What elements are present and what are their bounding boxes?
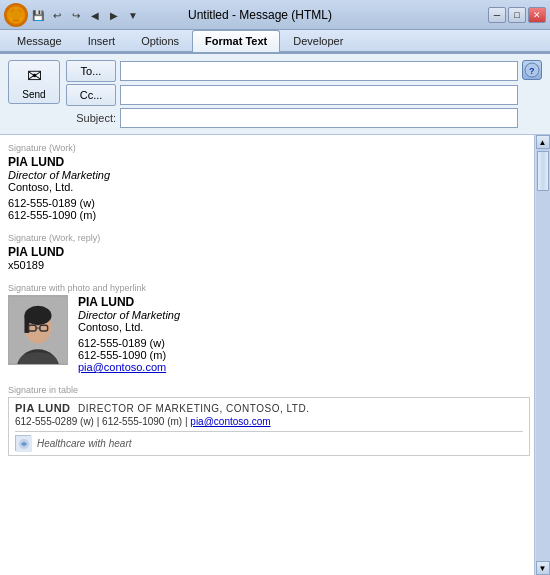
signature-work-reply: Signature (Work, reply) PIA LUND x50189 [8,233,530,271]
sig1-title: Director of Marketing [8,169,530,181]
sig4-mobile: 612-555-1090 (m) [102,416,182,427]
profile-photo [8,295,68,365]
subject-label: Subject: [66,112,116,124]
to-row: To... [66,60,518,82]
sig3-title: Director of Marketing [78,309,180,321]
sig4-tagline: Healthcare with heart [37,438,132,449]
sig1-phone2: 612-555-1090 (m) [8,209,530,221]
sig1-company: Contoso, Ltd. [8,181,530,193]
app-window: 💾 ↩ ↪ ◀ ▶ ▼ Untitled - Message (HTML) ─ … [0,0,550,575]
content-area: ▲ ▼ Signature (Work) PIA LUND Director o… [0,134,550,575]
sig1-name: PIA LUND [8,155,530,169]
sig1-phone1: 612-555-0189 (w) [8,197,530,209]
maximize-button[interactable]: □ [508,7,526,23]
scroll-up-arrow[interactable]: ▲ [536,135,550,149]
tab-insert[interactable]: Insert [75,30,129,51]
cc-button[interactable]: Cc... [66,84,116,106]
sig2-x: x50189 [8,259,530,271]
back-btn[interactable]: ◀ [87,7,103,23]
sig3-phone2: 612-555-1090 (m) [78,349,180,361]
sig4-name: PIA LUND [15,402,71,414]
quick-access-toolbar: 💾 ↩ ↪ ◀ ▶ ▼ [30,7,141,23]
app-icon [4,3,28,27]
cc-input[interactable] [120,85,518,105]
tab-format-text[interactable]: Format Text [192,30,280,52]
title-bar: 💾 ↩ ↪ ◀ ▶ ▼ Untitled - Message (HTML) ─ … [0,0,550,30]
sig3-phone1: 612-555-0189 (w) [78,337,180,349]
window-controls: ─ □ ✕ [488,7,546,23]
minimize-button[interactable]: ─ [488,7,506,23]
help-icon[interactable]: ? [522,60,542,80]
email-compose-area: ✉ Send To... Cc... Subject: [0,54,550,134]
sig3-photo-row: PIA LUND Director of Marketing Contoso, … [8,295,530,373]
forward-btn[interactable]: ▶ [106,7,122,23]
sig2-label: Signature (Work, reply) [8,233,530,243]
signature-table: Signature in table PIA LUND DIRECTOR OF … [8,385,530,456]
send-button[interactable]: ✉ Send [8,60,60,104]
ribbon: Message Insert Options Format Text Devel… [0,30,550,54]
redo-btn[interactable]: ↪ [68,7,84,23]
subject-row: Subject: [66,108,518,128]
sig4-label: Signature in table [8,385,530,395]
scroll-track[interactable] [536,149,550,561]
body-content: Signature (Work) PIA LUND Director of Ma… [0,135,550,476]
scroll-thumb[interactable] [537,151,549,191]
email-header: ✉ Send To... Cc... Subject: [4,58,546,130]
tab-options[interactable]: Options [128,30,192,51]
signature-photo: Signature with photo and hyperlink [8,283,530,373]
tab-developer[interactable]: Developer [280,30,356,51]
ribbon-tabs: Message Insert Options Format Text Devel… [0,30,550,52]
cc-row: Cc... [66,84,518,106]
close-button[interactable]: ✕ [528,7,546,23]
sig4-tagline-row: Healthcare with heart [15,431,523,451]
svg-text:?: ? [529,66,535,76]
subject-input[interactable] [120,108,518,128]
sig3-name: PIA LUND [78,295,180,309]
vertical-scrollbar[interactable]: ▲ ▼ [534,135,550,575]
sig4-contact: 612-555-0289 (w) | 612-555-1090 (m) | pi… [15,416,523,427]
sig4-role: DIRECTOR OF MARKETING, CONTOSO, LTD. [78,403,309,414]
signature-work: Signature (Work) PIA LUND Director of Ma… [8,143,530,221]
tab-message[interactable]: Message [4,30,75,51]
sig4-name-row: PIA LUND DIRECTOR OF MARKETING, CONTOSO,… [15,402,523,414]
to-input[interactable] [120,61,518,81]
tagline-icon [15,435,31,451]
sig4-phone: 612-555-0289 (w) [15,416,94,427]
dropdown-btn[interactable]: ▼ [125,7,141,23]
sig4-email[interactable]: pia@contoso.com [190,416,270,427]
to-button[interactable]: To... [66,60,116,82]
sig3-email[interactable]: pia@contoso.com [78,361,180,373]
email-fields: To... Cc... Subject: [66,60,518,128]
scroll-down-arrow[interactable]: ▼ [536,561,550,575]
send-icon: ✉ [27,65,42,87]
sig3-company: Contoso, Ltd. [78,321,180,333]
sig1-label: Signature (Work) [8,143,530,153]
email-body[interactable]: ▲ ▼ Signature (Work) PIA LUND Director o… [0,134,550,575]
send-label: Send [22,89,45,100]
save-quick-btn[interactable]: 💾 [30,7,46,23]
undo-btn[interactable]: ↩ [49,7,65,23]
sig4-table: PIA LUND DIRECTOR OF MARKETING, CONTOSO,… [8,397,530,456]
sig3-info: PIA LUND Director of Marketing Contoso, … [78,295,180,373]
sig3-label: Signature with photo and hyperlink [8,283,530,293]
sig2-name: PIA LUND [8,245,530,259]
